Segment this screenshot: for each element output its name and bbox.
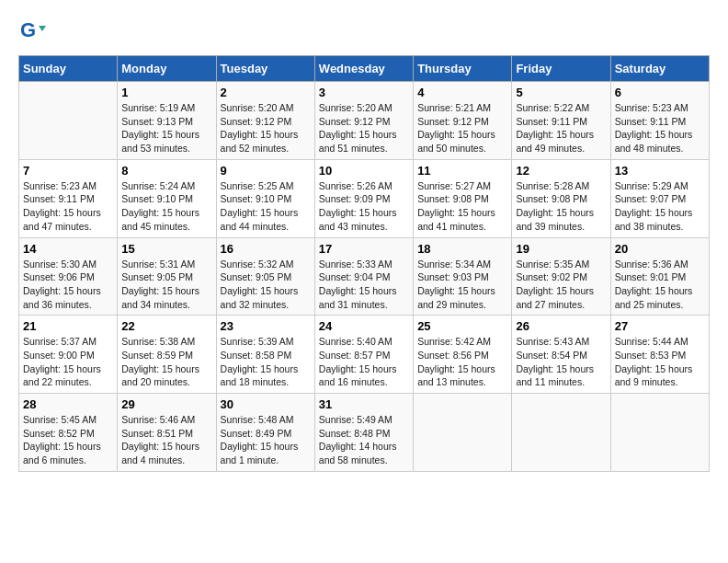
day-number: 27 [615, 319, 705, 333]
page-header: G [18, 18, 710, 46]
day-cell: 19Sunrise: 5:35 AM Sunset: 9:02 PM Dayli… [512, 237, 610, 316]
day-cell: 15Sunrise: 5:31 AM Sunset: 9:05 PM Dayli… [118, 237, 216, 316]
day-number: 10 [319, 164, 409, 178]
col-header-tuesday: Tuesday [216, 56, 314, 82]
svg-marker-1 [39, 26, 46, 31]
day-info: Sunrise: 5:20 AM Sunset: 9:12 PM Dayligh… [221, 101, 311, 155]
day-number: 11 [417, 164, 507, 178]
week-row-3: 14Sunrise: 5:30 AM Sunset: 9:06 PM Dayli… [19, 237, 710, 316]
day-info: Sunrise: 5:22 AM Sunset: 9:11 PM Dayligh… [516, 101, 606, 155]
day-cell: 20Sunrise: 5:36 AM Sunset: 9:01 PM Dayli… [610, 237, 709, 316]
day-number: 26 [516, 319, 606, 333]
day-cell: 10Sunrise: 5:26 AM Sunset: 9:09 PM Dayli… [314, 159, 413, 237]
week-row-1: 1Sunrise: 5:19 AM Sunset: 9:13 PM Daylig… [19, 82, 710, 160]
day-cell [414, 394, 512, 472]
day-number: 28 [23, 397, 113, 411]
day-number: 6 [615, 86, 705, 99]
day-number: 7 [23, 164, 113, 178]
day-info: Sunrise: 5:36 AM Sunset: 9:01 PM Dayligh… [615, 258, 705, 312]
day-info: Sunrise: 5:48 AM Sunset: 8:49 PM Dayligh… [221, 413, 311, 467]
day-cell: 31Sunrise: 5:49 AM Sunset: 8:48 PM Dayli… [314, 394, 413, 472]
day-number: 14 [23, 242, 113, 256]
day-cell: 14Sunrise: 5:30 AM Sunset: 9:06 PM Dayli… [19, 237, 118, 316]
day-info: Sunrise: 5:29 AM Sunset: 9:07 PM Dayligh… [615, 179, 705, 234]
day-cell [19, 82, 118, 160]
day-info: Sunrise: 5:28 AM Sunset: 9:08 PM Dayligh… [516, 179, 606, 234]
day-number: 12 [516, 164, 606, 178]
day-cell: 24Sunrise: 5:40 AM Sunset: 8:57 PM Dayli… [314, 316, 413, 394]
day-number: 30 [221, 397, 311, 411]
day-info: Sunrise: 5:45 AM Sunset: 8:52 PM Dayligh… [23, 413, 113, 467]
day-info: Sunrise: 5:38 AM Sunset: 8:59 PM Dayligh… [121, 335, 211, 389]
day-cell: 16Sunrise: 5:32 AM Sunset: 9:05 PM Dayli… [216, 237, 314, 316]
day-cell: 13Sunrise: 5:29 AM Sunset: 9:07 PM Dayli… [610, 159, 709, 237]
day-cell: 7Sunrise: 5:23 AM Sunset: 9:11 PM Daylig… [19, 159, 118, 237]
day-number: 15 [121, 242, 211, 256]
day-number: 22 [121, 319, 211, 333]
day-number: 2 [221, 86, 311, 99]
day-number: 25 [417, 319, 507, 333]
day-cell: 6Sunrise: 5:23 AM Sunset: 9:11 PM Daylig… [610, 82, 709, 160]
day-cell: 26Sunrise: 5:43 AM Sunset: 8:54 PM Dayli… [512, 316, 610, 394]
day-cell: 1Sunrise: 5:19 AM Sunset: 9:13 PM Daylig… [118, 82, 216, 160]
calendar-table: SundayMondayTuesdayWednesdayThursdayFrid… [18, 55, 710, 472]
day-number: 23 [221, 319, 311, 333]
day-info: Sunrise: 5:30 AM Sunset: 9:06 PM Dayligh… [23, 258, 113, 312]
day-info: Sunrise: 5:25 AM Sunset: 9:10 PM Dayligh… [221, 179, 311, 234]
day-number: 5 [516, 86, 606, 99]
day-cell: 23Sunrise: 5:39 AM Sunset: 8:58 PM Dayli… [216, 316, 314, 394]
day-number: 1 [121, 86, 211, 99]
day-cell [512, 394, 610, 472]
day-cell: 22Sunrise: 5:38 AM Sunset: 8:59 PM Dayli… [118, 316, 216, 394]
day-info: Sunrise: 5:32 AM Sunset: 9:05 PM Dayligh… [221, 258, 311, 312]
day-number: 13 [615, 164, 705, 178]
day-cell: 25Sunrise: 5:42 AM Sunset: 8:56 PM Dayli… [414, 316, 512, 394]
day-info: Sunrise: 5:31 AM Sunset: 9:05 PM Dayligh… [121, 258, 211, 312]
day-cell: 21Sunrise: 5:37 AM Sunset: 9:00 PM Dayli… [19, 316, 118, 394]
day-number: 24 [319, 319, 409, 333]
day-cell: 11Sunrise: 5:27 AM Sunset: 9:08 PM Dayli… [414, 159, 512, 237]
day-info: Sunrise: 5:44 AM Sunset: 8:53 PM Dayligh… [615, 335, 705, 389]
col-header-monday: Monday [118, 56, 216, 82]
col-header-saturday: Saturday [610, 56, 709, 82]
day-info: Sunrise: 5:23 AM Sunset: 9:11 PM Dayligh… [23, 179, 113, 234]
day-cell: 29Sunrise: 5:46 AM Sunset: 8:51 PM Dayli… [118, 394, 216, 472]
day-number: 8 [121, 164, 211, 178]
day-cell: 30Sunrise: 5:48 AM Sunset: 8:49 PM Dayli… [216, 394, 314, 472]
col-header-thursday: Thursday [414, 56, 512, 82]
day-cell: 4Sunrise: 5:21 AM Sunset: 9:12 PM Daylig… [414, 82, 512, 160]
day-number: 3 [319, 86, 409, 99]
week-row-2: 7Sunrise: 5:23 AM Sunset: 9:11 PM Daylig… [19, 159, 710, 237]
day-cell: 17Sunrise: 5:33 AM Sunset: 9:04 PM Dayli… [314, 237, 413, 316]
day-cell: 3Sunrise: 5:20 AM Sunset: 9:12 PM Daylig… [314, 82, 413, 160]
day-number: 9 [221, 164, 311, 178]
week-row-5: 28Sunrise: 5:45 AM Sunset: 8:52 PM Dayli… [19, 394, 710, 472]
week-row-4: 21Sunrise: 5:37 AM Sunset: 9:00 PM Dayli… [19, 316, 710, 394]
day-info: Sunrise: 5:20 AM Sunset: 9:12 PM Dayligh… [319, 101, 409, 155]
day-number: 17 [319, 242, 409, 256]
day-cell: 9Sunrise: 5:25 AM Sunset: 9:10 PM Daylig… [216, 159, 314, 237]
day-info: Sunrise: 5:23 AM Sunset: 9:11 PM Dayligh… [615, 101, 705, 155]
day-cell: 18Sunrise: 5:34 AM Sunset: 9:03 PM Dayli… [414, 237, 512, 316]
col-header-friday: Friday [512, 56, 610, 82]
day-cell: 27Sunrise: 5:44 AM Sunset: 8:53 PM Dayli… [610, 316, 709, 394]
logo-icon: G [18, 18, 46, 46]
day-number: 21 [23, 319, 113, 333]
day-info: Sunrise: 5:46 AM Sunset: 8:51 PM Dayligh… [121, 413, 211, 467]
day-info: Sunrise: 5:26 AM Sunset: 9:09 PM Dayligh… [319, 179, 409, 234]
day-info: Sunrise: 5:24 AM Sunset: 9:10 PM Dayligh… [121, 179, 211, 234]
day-info: Sunrise: 5:43 AM Sunset: 8:54 PM Dayligh… [516, 335, 606, 389]
day-info: Sunrise: 5:49 AM Sunset: 8:48 PM Dayligh… [319, 413, 409, 467]
day-info: Sunrise: 5:34 AM Sunset: 9:03 PM Dayligh… [417, 258, 507, 312]
day-info: Sunrise: 5:40 AM Sunset: 8:57 PM Dayligh… [319, 335, 409, 389]
day-cell [610, 394, 709, 472]
day-info: Sunrise: 5:42 AM Sunset: 8:56 PM Dayligh… [417, 335, 507, 389]
day-info: Sunrise: 5:37 AM Sunset: 9:00 PM Dayligh… [23, 335, 113, 389]
day-number: 29 [121, 397, 211, 411]
day-info: Sunrise: 5:39 AM Sunset: 8:58 PM Dayligh… [221, 335, 311, 389]
day-cell: 8Sunrise: 5:24 AM Sunset: 9:10 PM Daylig… [118, 159, 216, 237]
day-info: Sunrise: 5:21 AM Sunset: 9:12 PM Dayligh… [417, 101, 507, 155]
day-info: Sunrise: 5:35 AM Sunset: 9:02 PM Dayligh… [516, 258, 606, 312]
day-cell: 28Sunrise: 5:45 AM Sunset: 8:52 PM Dayli… [19, 394, 118, 472]
day-number: 31 [319, 397, 409, 411]
